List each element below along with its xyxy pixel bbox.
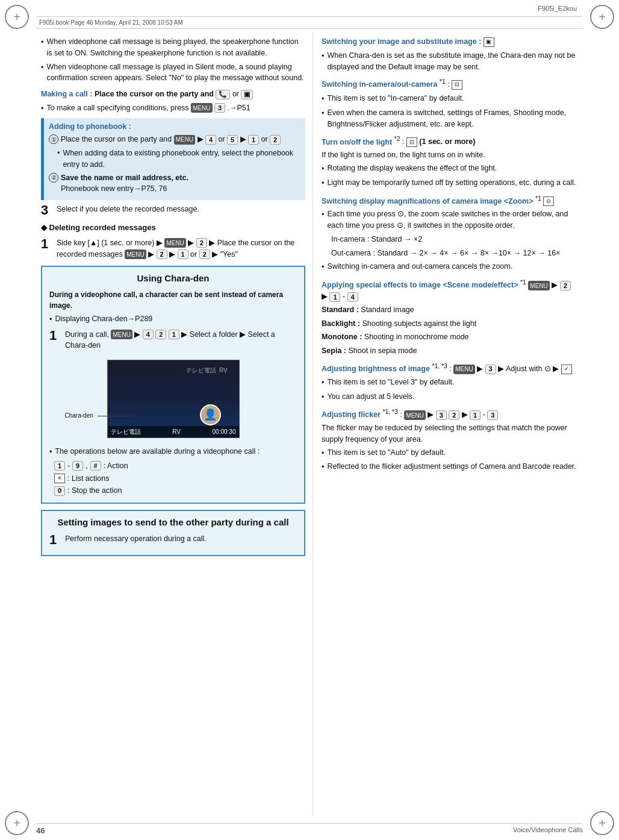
chara-step1: 1 During a call, MENU ▶ 4 2 1 ▶ Select a… bbox=[49, 329, 297, 352]
key-4: 4 bbox=[205, 135, 216, 145]
del-key-2b: 2 bbox=[157, 249, 167, 259]
del-key-1: 1 bbox=[178, 249, 188, 259]
camera-image-container: テレビ電話 RV 👤 テレビ電話 RV 00:00:30 bbox=[49, 355, 297, 443]
applying-effects-heading: Applying special effects to image <Scene… bbox=[322, 278, 578, 302]
ops-intro-bullet: • The operations below are available dur… bbox=[49, 446, 297, 458]
chara-den-avatar: 👤 bbox=[200, 404, 221, 425]
sepia-item: Sepia : Shoot in sepia mode bbox=[322, 345, 578, 357]
step1-sub-bullet: • When adding data to existing phonebook… bbox=[49, 148, 300, 171]
bullet-videophone-silent: • When videophone call message is played… bbox=[41, 61, 305, 84]
flicker-key-3: 3 bbox=[436, 410, 447, 420]
setting-step1: 1 Perform necessary operation during a c… bbox=[49, 533, 297, 547]
incamera-b2: • Even when the camera is switched, sett… bbox=[322, 107, 578, 130]
adding-to-phonebook-section: Adding to phonebook : ① Place the cursor… bbox=[41, 118, 305, 201]
menu-key-chara: MENU bbox=[111, 330, 132, 339]
effects-menu-key: MENU bbox=[528, 281, 549, 290]
corner-mark-bl bbox=[5, 811, 29, 835]
subheader: F905i.book Page 46 Monday, April 21, 200… bbox=[36, 17, 583, 29]
corner-mark-tl bbox=[5, 5, 29, 29]
main-content: • When videophone call message is being … bbox=[36, 31, 583, 816]
camera-timer: 00:00:30 bbox=[213, 427, 236, 436]
camera-call-type: テレビ電話 bbox=[111, 427, 141, 436]
zoom-outcamera: Out-camera : Standard → 2× → 4× → 6× → 8… bbox=[322, 248, 578, 259]
flicker-key-1: 1 bbox=[470, 410, 481, 420]
switching-image-bullet: • When Chara-den is set as the substitut… bbox=[322, 50, 578, 73]
adding-phonebook-heading: Adding to phonebook : bbox=[49, 121, 300, 133]
left-column: • When videophone call message is being … bbox=[36, 31, 313, 816]
setting-images-section: Setting images to send to the other part… bbox=[41, 510, 305, 556]
menu-key-del: MENU bbox=[164, 238, 185, 248]
key-2: 2 bbox=[270, 135, 281, 145]
phonebook-step2: ② Save the name or mail address, etc. Ph… bbox=[49, 172, 300, 195]
page-number: 46 bbox=[36, 826, 45, 835]
step3-block: 3 Select if you delete the recorded mess… bbox=[41, 204, 305, 217]
incamera-b1: • This item is set to "In-camera" by def… bbox=[322, 93, 578, 105]
light-icon: ⊡ bbox=[406, 137, 417, 147]
ops-keys-action: 1 - 9 , # : Action bbox=[49, 460, 297, 472]
flicker-desc: The flicker may be reduced by selecting … bbox=[322, 422, 578, 445]
turn-onoff-desc: If the light is turned on, the light tur… bbox=[322, 149, 578, 161]
switching-image-heading: Switching your image and substitute imag… bbox=[322, 36, 578, 48]
flicker-key-2: 2 bbox=[449, 410, 459, 420]
ops-stop-key: 0 bbox=[54, 486, 65, 496]
menu-key: MENU bbox=[191, 103, 212, 113]
chara-den-ext-label: Chara-den bbox=[65, 411, 134, 420]
delete-step1-number: 1 bbox=[41, 237, 53, 251]
effects-key-4: 4 bbox=[347, 292, 358, 302]
header-bar: F905i_E2kou bbox=[36, 0, 583, 17]
zoom-b2: • Switching in-camera and out-camera can… bbox=[322, 261, 578, 273]
camera-status-rv: RV bbox=[172, 427, 181, 436]
section-label: Voice/Videophone Calls bbox=[513, 826, 583, 835]
delete-step1: 1 Side key [▲] (1 sec. or more) ▶ MENU ▶… bbox=[41, 237, 305, 260]
making-call-bullet: • To make a call specifying conditions, … bbox=[41, 102, 305, 114]
ops-key-range: 1 bbox=[54, 461, 65, 471]
zoom-incamera: In-camera : Standard → ×2 bbox=[322, 234, 578, 245]
zoom-b1: • Each time you press ⊙, the zoom scale … bbox=[322, 208, 578, 231]
svg-text:RV: RV bbox=[219, 367, 228, 374]
del-key-2a: 2 bbox=[196, 238, 207, 248]
ops-key-9: 9 bbox=[72, 461, 83, 471]
ops-hash-key: # bbox=[90, 461, 101, 471]
making-call-heading: Making a call : Place the cursor on the … bbox=[41, 89, 305, 100]
switching-image-icon: ▣ bbox=[484, 37, 494, 47]
call-key-icon2: ▣ bbox=[241, 90, 253, 99]
brightness-menu-key: MENU bbox=[453, 365, 474, 374]
corner-mark-tr bbox=[590, 5, 614, 29]
del-key-2c: 2 bbox=[199, 249, 210, 259]
adjusting-flicker-heading: Adjusting flicker *1, *3 : MENU ▶ 3 2 ▶ … bbox=[322, 407, 578, 421]
deleting-heading: ◆ Deleting recorded messages bbox=[41, 222, 305, 234]
key-5: 5 bbox=[227, 135, 238, 145]
menu-key-del2: MENU bbox=[125, 249, 146, 259]
camera-image: テレビ電話 RV 👤 テレビ電話 RV 00:00:30 bbox=[107, 360, 240, 438]
flicker-key-3b: 3 bbox=[487, 410, 498, 420]
ops-stop-action: 0 : Stop the action bbox=[49, 485, 297, 497]
brightness-key-3: 3 bbox=[485, 365, 496, 374]
key-3: 3 bbox=[214, 103, 225, 113]
phonebook-step1: ① Place the cursor on the party and MENU… bbox=[49, 134, 300, 145]
incamera-icon: ⊡ bbox=[452, 80, 462, 90]
turn-onoff-heading: Turn on/off the light *2 : ⊡ (1 sec. or … bbox=[322, 134, 578, 148]
chara-den-desc: During a videophone call, a character ca… bbox=[49, 289, 297, 311]
chara-key-4: 4 bbox=[143, 330, 154, 339]
menu-key-step1: MENU bbox=[174, 135, 195, 145]
backlight-item: Backlight : Shooting subjects against th… bbox=[322, 318, 578, 330]
header-code: F905i_E2kou bbox=[538, 5, 577, 12]
brightness-b2: • You can adjust at 5 levels. bbox=[322, 391, 578, 403]
adjusting-brightness-heading: Adjusting brightness of image *1, *3 : M… bbox=[322, 362, 578, 375]
chara-den-ref-bullet: • Displaying Chara-den→P289 bbox=[49, 313, 297, 325]
svg-text:テレビ電話: テレビ電話 bbox=[186, 367, 216, 374]
chara-key-1: 1 bbox=[169, 330, 179, 339]
brightness-b1: • This item is set to "Level 3" by defau… bbox=[322, 377, 578, 389]
step3-number: 3 bbox=[41, 204, 53, 217]
switching-display-heading: Switching display magnifications of came… bbox=[322, 194, 578, 207]
zoom-icon: ⊙ bbox=[543, 196, 554, 206]
effects-key-1-4: 1 bbox=[329, 292, 340, 302]
ops-list-action: ≡ : List actions bbox=[49, 473, 297, 484]
right-column: Switching your image and substitute imag… bbox=[313, 31, 583, 816]
corner-mark-br bbox=[590, 811, 614, 835]
flicker-b2: • Reflected to the flicker adjustment se… bbox=[322, 461, 578, 473]
brightness-confirm-icon: ✓ bbox=[561, 365, 572, 374]
bullet-videophone-speakerphone: • When videophone call message is being … bbox=[41, 36, 305, 59]
chara-step1-num: 1 bbox=[49, 329, 61, 342]
setting-step1-num: 1 bbox=[49, 533, 61, 547]
